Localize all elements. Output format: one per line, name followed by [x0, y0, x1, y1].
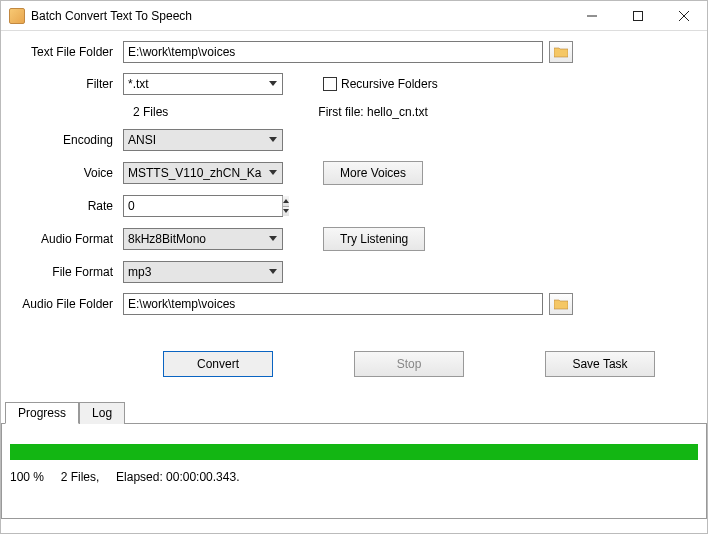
audio-file-folder-label: Audio File Folder	[13, 297, 123, 311]
file-format-label: File Format	[13, 265, 123, 279]
tab-log[interactable]: Log	[79, 402, 125, 424]
file-format-combo[interactable]: mp3	[123, 261, 283, 283]
rate-label: Rate	[13, 199, 123, 213]
text-file-folder-input[interactable]	[123, 41, 543, 63]
folder-icon	[554, 298, 568, 310]
tabs: Progress Log	[1, 401, 707, 423]
titlebar: Batch Convert Text To Speech	[1, 1, 707, 31]
rate-up-button[interactable]	[283, 196, 289, 207]
chevron-down-icon	[264, 130, 282, 150]
maximize-button[interactable]	[615, 1, 661, 30]
filter-label: Filter	[13, 77, 123, 91]
voice-label: Voice	[13, 166, 123, 180]
recursive-folders-checkbox[interactable]	[323, 77, 337, 91]
file-count-text: 2 Files	[133, 105, 168, 119]
more-voices-button[interactable]: More Voices	[323, 161, 423, 185]
minimize-button[interactable]	[569, 1, 615, 30]
tab-progress[interactable]: Progress	[5, 402, 79, 424]
audio-format-value: 8kHz8BitMono	[128, 232, 206, 246]
rate-input[interactable]	[124, 196, 282, 216]
save-task-button[interactable]: Save Task	[545, 351, 655, 377]
audio-format-combo[interactable]: 8kHz8BitMono	[123, 228, 283, 250]
chevron-down-icon	[264, 74, 282, 94]
form-area: Text File Folder Filter *.txt Recursive …	[1, 31, 707, 399]
encoding-value: ANSI	[128, 133, 156, 147]
rate-down-button[interactable]	[283, 207, 289, 217]
filter-combo[interactable]: *.txt	[123, 73, 283, 95]
close-button[interactable]	[661, 1, 707, 30]
audio-format-label: Audio Format	[13, 232, 123, 246]
browse-text-folder-button[interactable]	[549, 41, 573, 63]
voice-combo[interactable]: MSTTS_V110_zhCN_KangkangM	[123, 162, 283, 184]
try-listening-button[interactable]: Try Listening	[323, 227, 425, 251]
chevron-down-icon	[264, 229, 282, 249]
folder-icon	[554, 46, 568, 58]
first-file-text: First file: hello_cn.txt	[318, 105, 427, 119]
convert-button[interactable]: Convert	[163, 351, 273, 377]
chevron-down-icon	[264, 163, 282, 183]
browse-audio-folder-button[interactable]	[549, 293, 573, 315]
stop-button[interactable]: Stop	[354, 351, 464, 377]
svg-rect-1	[634, 11, 643, 20]
progress-panel: 100 % 2 Files, Elapsed: 00:00:00.343.	[1, 423, 707, 519]
recursive-folders-label: Recursive Folders	[341, 77, 438, 91]
progress-bar	[10, 444, 698, 460]
action-row: Convert Stop Save Task	[13, 325, 695, 399]
chevron-down-icon	[264, 262, 282, 282]
text-file-folder-label: Text File Folder	[13, 45, 123, 59]
rate-spinner[interactable]	[123, 195, 283, 217]
encoding-label: Encoding	[13, 133, 123, 147]
voice-value: MSTTS_V110_zhCN_KangkangM	[128, 166, 262, 180]
window-title: Batch Convert Text To Speech	[31, 9, 569, 23]
app-icon	[9, 8, 25, 24]
progress-text: 100 % 2 Files, Elapsed: 00:00:00.343.	[10, 470, 698, 484]
encoding-combo[interactable]: ANSI	[123, 129, 283, 151]
audio-file-folder-input[interactable]	[123, 293, 543, 315]
filter-value: *.txt	[128, 77, 149, 91]
file-format-value: mp3	[128, 265, 151, 279]
window-controls	[569, 1, 707, 30]
